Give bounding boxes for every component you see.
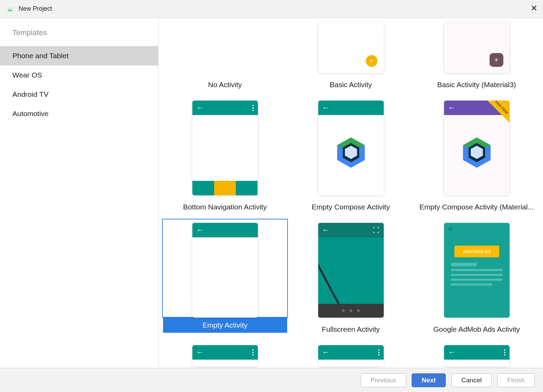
svg-line-3 [11,7,12,9]
svg-line-2 [8,7,9,9]
template-label: No Activity [205,73,244,96]
template-label: Empty Compose Activity [309,195,392,219]
template-fullscreen-activity[interactable]: ← ⛶ Fullscreen Activity [288,219,414,341]
interstitial-ad-button: Interstitial Ad [454,246,499,257]
fullscreen-icon: ⛶ [373,226,380,234]
window-title: New Project [19,5,52,12]
main-area: Templates Phone and Tablet Wear OS Andro… [0,18,543,368]
back-arrow-icon: ← [197,104,204,112]
sidebar-item-phone-tablet[interactable]: Phone and Tablet [0,46,158,65]
back-arrow-icon: ← [322,226,330,234]
compose-logo-icon [463,137,491,168]
back-arrow-icon: ← [448,104,456,112]
overflow-icon [378,349,380,355]
camera-dot-icon [448,227,452,231]
back-arrow-icon: ← [322,104,330,112]
back-arrow-icon: ← [197,226,204,234]
template-label: Fullscreen Activity [319,318,382,341]
template-gallery: No Activity + Basic Activity + [159,18,543,368]
text-lines-icon [449,263,505,286]
template-no-activity[interactable]: No Activity [162,18,288,96]
sidebar-item-android-tv[interactable]: Android TV [0,85,158,104]
template-label: Basic Activity (Material3) [434,73,519,96]
previous-button: Previous [361,373,406,387]
template-peek[interactable]: ← [288,341,414,367]
next-button[interactable]: Next [412,373,446,387]
overflow-icon [252,349,254,355]
fab-add-icon: + [366,55,378,67]
template-admob-activity[interactable]: Interstitial Ad Google AdMob Ads Activit… [414,219,540,341]
bottom-nav-icon [192,181,258,195]
footer: Previous Next Cancel Finish [0,368,543,392]
template-empty-compose-m3[interactable]: ← PREVIEW [414,96,540,219]
system-nav-icon [318,304,384,318]
template-empty-activity[interactable]: ← Empty Activity [162,219,288,341]
template-scroll[interactable]: No Activity + Basic Activity + [159,18,543,368]
close-icon[interactable]: ✕ [531,4,537,12]
back-arrow-icon: ← [197,349,204,356]
fab-add-icon: + [490,53,503,67]
overflow-icon [252,105,254,111]
template-basic-activity[interactable]: + Basic Activity [288,18,414,96]
template-empty-compose[interactable]: ← Empty Com [288,96,414,219]
compose-logo-icon [337,137,365,168]
sidebar-item-automotive[interactable]: Automotive [0,104,158,123]
sidebar-item-wear-os[interactable]: Wear OS [0,65,158,85]
template-label: Basic Activity [327,73,375,96]
overflow-icon [504,349,505,355]
back-arrow-icon: ← [448,349,456,356]
template-bottom-navigation[interactable]: ← Bottom Navigation Activity [162,96,288,219]
svg-point-1 [11,9,12,10]
template-label: Google AdMob Ads Activity [431,318,523,341]
finish-button: Finish [497,373,535,387]
template-label: Empty Compose Activity (Material... [417,195,536,219]
titlebar: New Project ✕ [0,0,543,18]
android-icon [6,7,14,11]
template-label: Bottom Navigation Activity [180,195,270,219]
cancel-button[interactable]: Cancel [451,373,492,387]
template-peek[interactable]: ← [162,341,288,367]
template-peek[interactable]: ← [414,341,540,367]
back-arrow-icon: ← [322,349,330,356]
template-label: Empty Activity [163,318,287,333]
sidebar-header: Templates [0,18,158,46]
svg-point-0 [8,9,9,10]
template-basic-activity-m3[interactable]: + Basic Activity (Material3) [414,18,540,96]
sidebar: Templates Phone and Tablet Wear OS Andro… [0,18,159,368]
